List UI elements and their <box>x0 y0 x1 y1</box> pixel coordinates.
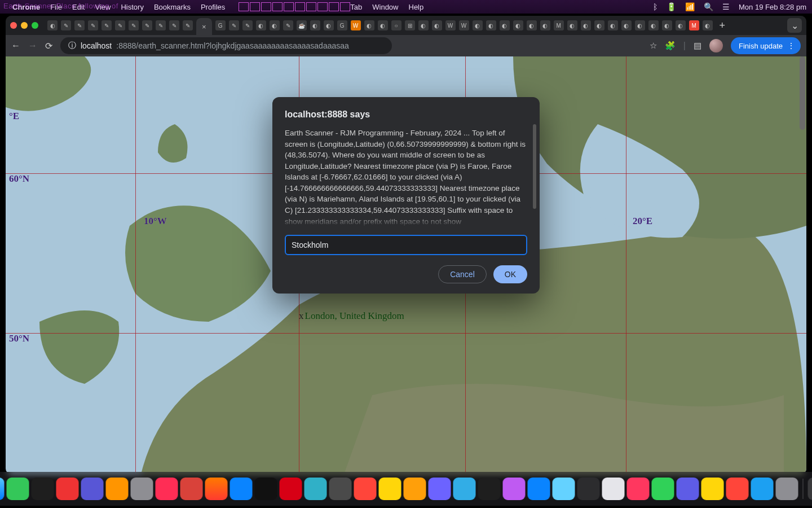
site-info-icon[interactable]: ⓘ <box>68 41 76 51</box>
new-tab-button[interactable]: + <box>720 20 726 32</box>
background-tab[interactable]: ◐ <box>432 20 442 30</box>
dock-app[interactable] <box>652 478 674 500</box>
background-tab[interactable]: ◐ <box>256 20 266 30</box>
wifi-icon[interactable]: 📶 <box>685 2 695 11</box>
battery-icon[interactable]: 🔋 <box>667 2 676 11</box>
dock-app[interactable] <box>701 478 724 500</box>
dock-app[interactable] <box>304 478 327 500</box>
background-tab[interactable]: ✎ <box>102 20 112 30</box>
dock-app[interactable] <box>106 478 129 500</box>
background-tab[interactable]: ◐ <box>527 20 537 30</box>
menubar-clock[interactable]: Mon 19 Feb 8:28 pm <box>739 3 806 11</box>
background-tab[interactable]: M <box>689 20 699 30</box>
omnibox[interactable]: ⓘ localhost:8888/earth_scanner.html?lojh… <box>60 37 392 54</box>
menu-edit[interactable]: Edit <box>72 3 85 11</box>
background-tab[interactable]: ✎ <box>229 20 239 30</box>
background-tab[interactable]: ◐ <box>648 20 659 30</box>
close-tab-icon[interactable]: × <box>202 23 206 31</box>
background-tab[interactable]: ✎ <box>88 20 98 30</box>
menu-window[interactable]: Window <box>372 3 398 11</box>
background-tab[interactable]: ✎ <box>183 20 193 30</box>
background-tab[interactable]: ◐ <box>378 20 388 30</box>
menu-file[interactable]: File <box>50 3 62 11</box>
scrollbar-thumb[interactable] <box>800 56 805 130</box>
background-tab[interactable]: ◐ <box>581 20 591 30</box>
dock-app[interactable] <box>180 478 203 500</box>
background-tab[interactable]: ○ <box>391 20 401 30</box>
background-tab[interactable]: ✎ <box>115 20 125 30</box>
background-tab[interactable]: ◐ <box>364 20 374 30</box>
dock-app[interactable] <box>379 478 401 500</box>
dock-app[interactable] <box>56 478 79 500</box>
chrome-menu-icon[interactable]: ⋮ <box>787 41 795 50</box>
back-button[interactable]: ← <box>11 41 20 51</box>
background-tab[interactable]: ◐ <box>662 20 672 30</box>
menu-view[interactable]: View <box>95 3 111 11</box>
dock-app[interactable] <box>627 478 650 500</box>
dock-app[interactable] <box>205 478 228 500</box>
dock-app[interactable] <box>7 478 29 500</box>
dock-app[interactable] <box>577 478 600 500</box>
background-tab[interactable]: ◐ <box>513 20 523 30</box>
background-tab[interactable]: G <box>215 20 226 30</box>
background-tab[interactable]: ◐ <box>500 20 510 30</box>
dock-app[interactable] <box>726 478 749 500</box>
dock-folder[interactable] <box>808 478 813 500</box>
profile-avatar[interactable] <box>709 39 723 52</box>
background-tab[interactable]: ◐ <box>540 20 550 30</box>
background-tab[interactable]: ◐ <box>621 20 632 30</box>
background-tab[interactable]: M <box>554 20 564 30</box>
dock-app[interactable] <box>230 478 253 500</box>
menu-help[interactable]: Help <box>409 3 424 11</box>
page-scrollbar[interactable] <box>798 56 806 474</box>
dock-app[interactable] <box>131 478 153 500</box>
background-tab[interactable]: ◐ <box>567 20 577 30</box>
dock-app[interactable] <box>0 478 5 500</box>
background-tab[interactable]: ✎ <box>169 20 179 30</box>
background-tab[interactable]: ◐ <box>473 20 483 30</box>
bookmark-star-icon[interactable]: ☆ <box>650 41 657 51</box>
extensions-icon[interactable]: 🧩 <box>665 41 676 51</box>
background-tab[interactable]: ✎ <box>283 20 293 30</box>
finish-update-button[interactable]: Finish update ⋮ <box>731 37 801 54</box>
background-tab[interactable]: ◐ <box>270 20 280 30</box>
background-tab[interactable]: ◐ <box>703 20 713 30</box>
macos-dock[interactable] <box>0 472 812 506</box>
side-panel-icon[interactable]: ▤ <box>694 41 701 51</box>
dock-app[interactable] <box>280 478 302 500</box>
background-tab[interactable]: ✎ <box>142 20 152 30</box>
active-tab[interactable]: × <box>196 18 212 35</box>
dock-app[interactable] <box>453 478 476 500</box>
close-window-icon[interactable] <box>10 22 17 29</box>
dock-app[interactable] <box>32 478 54 500</box>
background-tab[interactable]: ✎ <box>129 20 139 30</box>
background-tab[interactable]: ✎ <box>61 20 71 30</box>
dock-app[interactable] <box>528 478 550 500</box>
background-tab[interactable]: W <box>459 20 469 30</box>
background-tab[interactable]: ◐ <box>594 20 604 30</box>
dock-app[interactable] <box>429 478 451 500</box>
dialog-scrollbar[interactable] <box>533 124 536 209</box>
dock-app[interactable] <box>81 478 104 500</box>
dock-app[interactable] <box>156 478 178 500</box>
background-tab[interactable]: W <box>445 20 456 30</box>
cancel-button[interactable]: Cancel <box>438 265 487 283</box>
background-tab[interactable]: ⊞ <box>405 20 415 30</box>
ok-button[interactable]: OK <box>493 265 527 283</box>
menu-bookmarks[interactable]: Bookmarks <box>154 3 191 11</box>
dock-app[interactable] <box>478 478 501 500</box>
background-tab[interactable]: ◐ <box>608 20 618 30</box>
background-tab[interactable]: ◐ <box>310 20 320 30</box>
background-tab[interactable]: G <box>337 20 347 30</box>
dock-app[interactable] <box>677 478 699 500</box>
place-label-london[interactable]: xLondon, United Kingdom <box>299 310 404 322</box>
dock-app[interactable] <box>354 478 377 500</box>
background-tab[interactable]: ◐ <box>418 20 429 30</box>
background-tab[interactable]: ✎ <box>156 20 166 30</box>
dock-app[interactable] <box>329 478 352 500</box>
dock-app[interactable] <box>503 478 526 500</box>
dock-app[interactable] <box>751 478 774 500</box>
menu-tab[interactable]: Tab <box>350 3 362 11</box>
zoom-window-icon[interactable] <box>32 22 38 29</box>
window-traffic-lights[interactable] <box>10 22 38 29</box>
